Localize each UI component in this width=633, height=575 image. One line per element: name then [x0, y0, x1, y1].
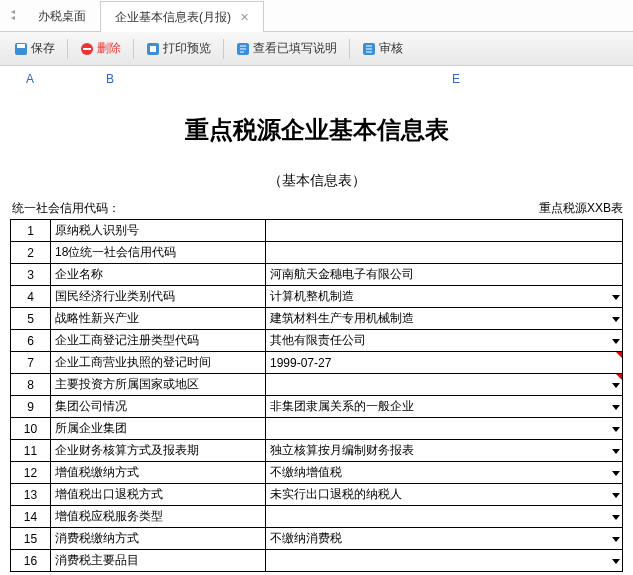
row-label: 集团公司情况 [51, 396, 266, 418]
separator [223, 39, 224, 59]
credit-code-label: 统一社会信用代码： [12, 200, 120, 217]
row-number: 8 [11, 374, 51, 396]
svg-rect-3 [83, 48, 91, 50]
close-icon[interactable]: ✕ [240, 11, 249, 23]
table-row: 16消费税主要品目 [11, 550, 623, 572]
row-number: 16 [11, 550, 51, 572]
toolbar: 保存 删除 打印预览 查看已填写说明 审核 [0, 32, 633, 66]
page-title: 重点税源企业基本信息表 [10, 114, 623, 146]
row-number: 3 [11, 264, 51, 286]
table-row: 8主要投资方所属国家或地区 [11, 374, 623, 396]
svg-rect-1 [17, 44, 25, 48]
table-row: 13增值税出口退税方式未实行出口退税的纳税人 [11, 484, 623, 506]
row-number: 5 [11, 308, 51, 330]
row-number: 9 [11, 396, 51, 418]
row-value[interactable]: 不缴纳增值税 [266, 462, 623, 484]
meta-row: 统一社会信用代码： 重点税源XXB表 [10, 200, 623, 219]
row-label: 战略性新兴产业 [51, 308, 266, 330]
row-value[interactable]: 河南航天金穗电子有限公司 [266, 264, 623, 286]
row-value[interactable]: 其他有限责任公司 [266, 330, 623, 352]
row-label: 国民经济行业类别代码 [51, 286, 266, 308]
row-label: 企业工商登记注册类型代码 [51, 330, 266, 352]
table-row: 7企业工商营业执照的登记时间1999-07-27 [11, 352, 623, 374]
row-label: 主要投资方所属国家或地区 [51, 374, 266, 396]
row-label: 18位统一社会信用代码 [51, 242, 266, 264]
tab-label: 企业基本信息表(月报) [115, 10, 231, 24]
row-label: 消费税主要品目 [51, 550, 266, 572]
table-row: 14增值税应税服务类型 [11, 506, 623, 528]
save-label: 保存 [31, 40, 55, 57]
table-row: 218位统一社会信用代码 [11, 242, 623, 264]
save-icon [14, 42, 28, 56]
form-code-label: 重点税源XXB表 [539, 200, 623, 217]
table-row: 11企业财务核算方式及报表期独立核算按月编制财务报表 [11, 440, 623, 462]
row-number: 12 [11, 462, 51, 484]
row-number: 1 [11, 220, 51, 242]
row-value[interactable] [266, 506, 623, 528]
row-number: 11 [11, 440, 51, 462]
row-value[interactable] [266, 374, 623, 396]
review-button[interactable]: 审核 [356, 38, 409, 59]
row-value[interactable]: 非集团隶属关系的一般企业 [266, 396, 623, 418]
tab-label: 办税桌面 [38, 9, 86, 23]
row-value[interactable]: 独立核算按月编制财务报表 [266, 440, 623, 462]
row-label: 消费税缴纳方式 [51, 528, 266, 550]
row-value[interactable]: 建筑材料生产专用机械制造 [266, 308, 623, 330]
sheet-area: A B E 重点税源企业基本信息表 （基本信息表） 统一社会信用代码： 重点税源… [0, 66, 633, 575]
print-preview-button[interactable]: 打印预览 [140, 38, 217, 59]
col-A: A [10, 72, 50, 86]
document-icon [236, 42, 250, 56]
row-number: 10 [11, 418, 51, 440]
separator [67, 39, 68, 59]
table-row: 3企业名称河南航天金穗电子有限公司 [11, 264, 623, 286]
delete-label: 删除 [97, 40, 121, 57]
row-label: 企业名称 [51, 264, 266, 286]
svg-rect-5 [150, 46, 156, 52]
row-number: 4 [11, 286, 51, 308]
row-value[interactable] [266, 418, 623, 440]
row-number: 7 [11, 352, 51, 374]
row-value[interactable]: 1999-07-27 [266, 352, 623, 374]
delete-icon [80, 42, 94, 56]
row-value[interactable]: 计算机整机制造 [266, 286, 623, 308]
row-number: 2 [11, 242, 51, 264]
row-number: 14 [11, 506, 51, 528]
save-button[interactable]: 保存 [8, 38, 61, 59]
row-label: 增值税缴纳方式 [51, 462, 266, 484]
view-instructions-label: 查看已填写说明 [253, 40, 337, 57]
check-icon [362, 42, 376, 56]
review-label: 审核 [379, 40, 403, 57]
separator [349, 39, 350, 59]
row-value[interactable] [266, 220, 623, 242]
row-label: 增值税出口退税方式 [51, 484, 266, 506]
info-table: 1原纳税人识别号218位统一社会信用代码3企业名称河南航天金穗电子有限公司4国民… [10, 219, 623, 572]
row-number: 15 [11, 528, 51, 550]
col-E: E [170, 72, 460, 86]
row-label: 原纳税人识别号 [51, 220, 266, 242]
row-value[interactable] [266, 550, 623, 572]
row-label: 企业财务核算方式及报表期 [51, 440, 266, 462]
col-B: B [50, 72, 170, 86]
delete-button[interactable]: 删除 [74, 38, 127, 59]
table-row: 1原纳税人识别号 [11, 220, 623, 242]
print-icon [146, 42, 160, 56]
tab-enterprise-info[interactable]: 企业基本信息表(月报) ✕ [100, 1, 264, 32]
row-number: 6 [11, 330, 51, 352]
chevron-left-icon[interactable] [0, 9, 24, 23]
column-letters: A B E [10, 72, 623, 86]
page-subtitle: （基本信息表） [10, 172, 623, 190]
separator [133, 39, 134, 59]
row-number: 13 [11, 484, 51, 506]
row-label: 增值税应税服务类型 [51, 506, 266, 528]
tab-tax-desktop[interactable]: 办税桌面 [24, 0, 100, 31]
print-preview-label: 打印预览 [163, 40, 211, 57]
table-row: 15消费税缴纳方式不缴纳消费税 [11, 528, 623, 550]
row-value[interactable]: 不缴纳消费税 [266, 528, 623, 550]
row-value[interactable]: 未实行出口退税的纳税人 [266, 484, 623, 506]
table-row: 4国民经济行业类别代码计算机整机制造 [11, 286, 623, 308]
table-row: 12增值税缴纳方式不缴纳增值税 [11, 462, 623, 484]
table-row: 9集团公司情况非集团隶属关系的一般企业 [11, 396, 623, 418]
table-row: 6企业工商登记注册类型代码其他有限责任公司 [11, 330, 623, 352]
row-value[interactable] [266, 242, 623, 264]
view-instructions-button[interactable]: 查看已填写说明 [230, 38, 343, 59]
